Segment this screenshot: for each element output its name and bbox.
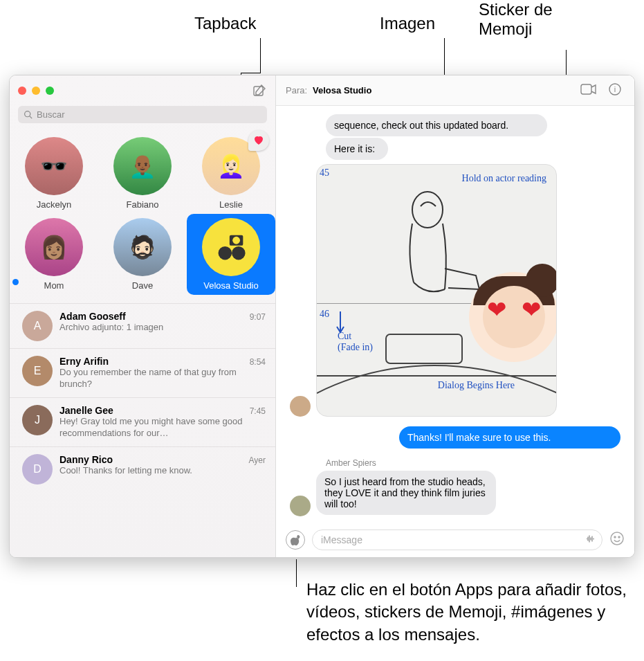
pin-label: Jackelyn [37,199,72,210]
caption-apps: Haz clic en el botón Apps para añadir fo… [306,579,632,646]
conv-preview: Hey! Gray told me you might have some go… [59,416,266,440]
main-pane: Para: Velosa Studio i sequence, check ou… [276,75,634,557]
svg-point-1 [25,111,30,117]
pin-jackelyn[interactable]: 🕶️ Jackelyn [10,133,98,214]
list-item[interactable]: D Danny RicoAyer Cool! Thanks for lettin… [10,446,275,491]
list-item[interactable]: J Janelle Gee7:45 Hey! Gray told me you … [10,397,275,446]
sender-name: Amber Spiers [326,458,620,468]
emoji-button[interactable] [609,531,625,550]
image-attachment[interactable]: 45 Hold on actor reading 46 Cut (Fade in… [316,164,557,417]
svg-point-13 [618,536,620,538]
svg-rect-6 [581,84,591,94]
callout-line [296,559,297,587]
minimize-button[interactable] [32,87,40,95]
svg-rect-0 [254,87,263,96]
sketch-frame-num: 45 [320,167,329,179]
pin-dave[interactable]: 🧔🏻 Dave [98,214,187,295]
pin-velosa-studio[interactable]: Velosa Studio [187,214,275,295]
search-placeholder: Buscar [37,109,64,120]
conv-preview: Archivo adjunto: 1 imagen [59,322,266,334]
message-input[interactable]: iMessage [312,529,602,550]
audio-button[interactable] [585,534,596,547]
avatar: J [22,405,53,435]
pin-leslie[interactable]: 👱🏻‍♀️ Leslie [187,133,275,214]
message-in: sequence, check out this updated board. [326,114,547,136]
message-in: So I just heard from the studio heads, t… [316,471,496,515]
to-label: Para: [286,85,307,96]
avatar: 👩🏽 [25,218,83,276]
conv-time: Ayer [249,455,266,465]
svg-rect-10 [386,334,462,363]
zoom-button[interactable] [46,87,54,95]
conv-preview: Do you remember the name of that guy fro… [59,367,266,390]
input-placeholder: iMessage [321,534,362,545]
to-name: Velosa Studio [313,85,371,96]
conv-name: Erny Arifin [59,356,109,367]
conv-name: Janelle Gee [59,405,113,416]
conv-time: 7:45 [250,406,266,416]
list-item[interactable]: A Adam Gooseff9:07 Archivo adjunto: 1 im… [10,303,275,348]
compose-button[interactable] [252,83,267,98]
annotation-tapback: Tapback [194,14,256,33]
avatar [202,218,260,276]
input-bar: iMessage [276,523,634,557]
conversation-list: A Adam Gooseff9:07 Archivo adjunto: 1 im… [10,303,275,557]
callout-line [241,73,261,73]
memoji-sticker [469,272,557,362]
conv-name: Danny Rico [59,454,113,465]
pin-label: Mom [44,280,64,291]
avatar: D [22,454,53,485]
conv-time: 9:07 [250,312,266,322]
conv-name: Adam Gooseff [59,311,126,322]
sidebar: Buscar 🕶️ Jackelyn 👨🏾‍🦲 Fabiano 👱🏻‍♀️ Le… [10,75,276,557]
pin-label: Leslie [219,199,243,210]
tapback-heart-icon [248,130,269,151]
avatar: 🕶️ [25,137,83,195]
messages-window: Buscar 🕶️ Jackelyn 👨🏾‍🦲 Fabiano 👱🏻‍♀️ Le… [9,75,635,558]
sender-avatar [290,396,311,417]
message-thread[interactable]: sequence, check out this updated board. … [276,106,634,523]
message-out: Thanks! I'll make sure to use this. [399,426,620,449]
info-button[interactable]: i [605,80,625,101]
annotation-memoji: Sticker de Memoji [479,0,553,39]
window-controls [18,87,54,95]
sketch-frame-num: 46 [320,309,329,320]
unread-dot-icon [12,279,19,285]
apps-button[interactable] [286,530,305,550]
close-button[interactable] [18,87,26,95]
svg-text:i: i [614,85,616,93]
sketch-note: Hold on actor reading [462,173,546,184]
svg-point-12 [614,536,616,538]
annotation-image: Imagen [380,14,435,33]
conv-time: 8:54 [250,357,266,367]
avatar: A [22,311,53,341]
facetime-button[interactable] [578,81,600,100]
pin-label: Dave [132,280,153,291]
svg-point-9 [412,192,443,228]
sender-avatar [290,496,311,516]
svg-point-2 [219,246,232,260]
svg-point-11 [611,532,623,545]
avatar: 👨🏾‍🦲 [113,137,172,195]
conv-preview: Cool! Thanks for letting me know. [59,465,266,477]
message-in: Here it is: [326,138,388,160]
svg-point-3 [232,246,246,260]
pin-mom[interactable]: 👩🏽 Mom [10,214,98,295]
to-bar: Para: Velosa Studio i [276,75,634,106]
titlebar [10,75,275,106]
avatar: 🧔🏻 [113,218,172,276]
search-input[interactable]: Buscar [18,106,267,123]
callout-line [260,38,261,73]
pinned-grid: 🕶️ Jackelyn 👨🏾‍🦲 Fabiano 👱🏻‍♀️ Leslie 👩🏽… [10,129,275,303]
pin-fabiano[interactable]: 👨🏾‍🦲 Fabiano [98,133,187,214]
list-item[interactable]: E Erny Arifin8:54 Do you remember the na… [10,348,275,397]
pin-label: Fabiano [127,199,159,210]
pin-label: Velosa Studio [203,280,259,291]
avatar: E [22,356,53,386]
svg-point-5 [232,237,240,244]
